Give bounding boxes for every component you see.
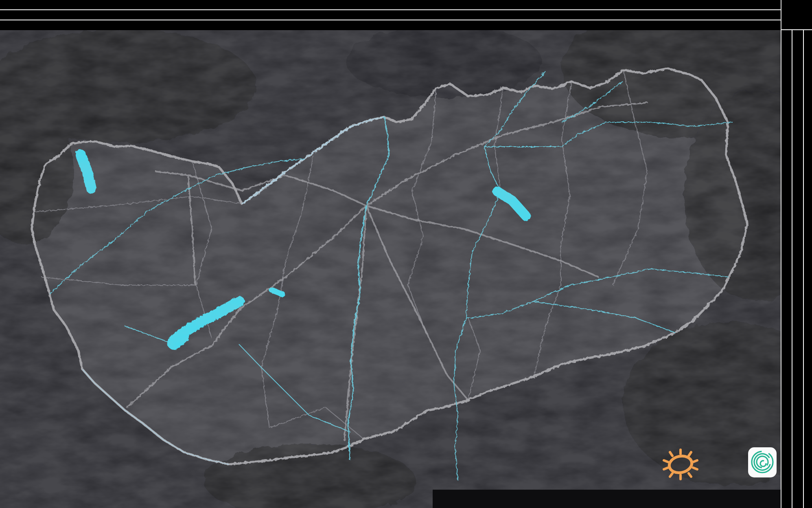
dbz-colorbar — [433, 490, 781, 508]
right-profile-axis — [781, 29, 812, 30]
terrain-texture — [0, 0, 781, 508]
gridline-5km — [0, 20, 781, 20]
right-profile-strip — [781, 0, 812, 508]
radar-screenshot — [0, 0, 812, 508]
radar-map-canvas — [0, 0, 781, 508]
gridline-10km — [0, 9, 781, 10]
map-frame-line — [781, 0, 781, 508]
cyclone-logo-icon — [748, 447, 777, 477]
radar-map — [0, 0, 781, 508]
metnet-sun-icon — [663, 446, 781, 482]
gridline-right-5 — [792, 30, 792, 508]
top-profile-strip — [0, 0, 781, 30]
gridline-right-10 — [803, 30, 804, 508]
metnet-logo — [663, 446, 781, 482]
